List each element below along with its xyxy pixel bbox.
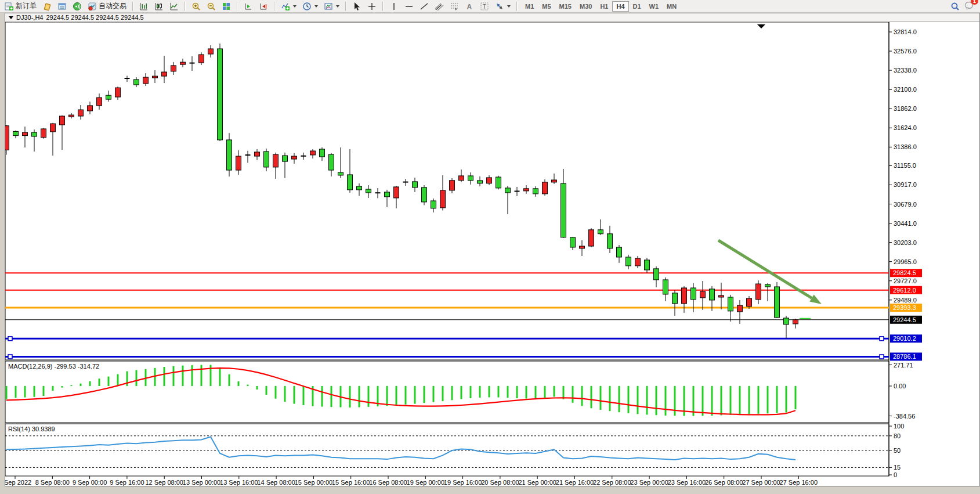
- candle-body: [292, 156, 297, 159]
- zoom-in-icon: [191, 2, 201, 11]
- alerts-button[interactable]: [70, 0, 84, 13]
- new-order-button[interactable]: 新订单: [2, 0, 39, 13]
- toolbar-separator: [382, 2, 384, 11]
- candle-body: [626, 257, 631, 266]
- time-tick-label: 20 Sep 08:00: [481, 479, 519, 486]
- candle-body: [533, 189, 538, 194]
- indicators-icon: [281, 2, 290, 11]
- chart-shift-button[interactable]: [256, 0, 270, 13]
- trendline-button[interactable]: [417, 0, 431, 13]
- search-icon[interactable]: [950, 2, 960, 11]
- notifications-button[interactable]: 1: [964, 1, 974, 12]
- tab-h1[interactable]: H1: [596, 1, 612, 12]
- candle-body: [41, 129, 46, 138]
- candle-body: [32, 132, 37, 136]
- time-tick-label: 27 Sep 00:00: [742, 479, 780, 486]
- tab-m15[interactable]: M15: [555, 1, 576, 12]
- candle-body: [422, 187, 427, 202]
- notification-badge: 1: [971, 0, 978, 5]
- chevron-down-icon: [336, 5, 339, 8]
- auto-trading-button[interactable]: 自动交易: [85, 0, 129, 13]
- cursor-button[interactable]: [350, 0, 364, 13]
- macd-indicator-label: MACD(12,26,9) -299.53 -314.72: [8, 363, 99, 370]
- tab-m5[interactable]: M5: [538, 1, 555, 12]
- candle-body: [589, 230, 594, 246]
- candle-body: [78, 110, 84, 116]
- candle-body: [617, 247, 622, 257]
- market-watch-button[interactable]: [55, 0, 69, 13]
- time-tick-label: 19 Sep 16:00: [444, 479, 482, 486]
- time-tick-label: 8 Sep 08:00: [35, 479, 70, 486]
- profiles-button[interactable]: [40, 0, 54, 13]
- horizontal-line-button[interactable]: [402, 0, 416, 13]
- tab-m1[interactable]: M1: [521, 1, 538, 12]
- tab-d1[interactable]: D1: [629, 1, 645, 12]
- candle-body: [50, 124, 56, 132]
- candle-body: [440, 190, 446, 208]
- tab-m30[interactable]: M30: [576, 1, 596, 12]
- chevron-down-icon[interactable]: [9, 16, 13, 19]
- rsi-tick-label: 80: [894, 432, 901, 439]
- fibonacci-button[interactable]: F: [447, 0, 461, 13]
- vertical-line-icon: [389, 2, 399, 11]
- time-tick-label: 9 Sep 00:00: [73, 479, 107, 486]
- templates-icon: [324, 2, 333, 11]
- price-tick-label: 30441.0: [894, 220, 917, 227]
- line-handle[interactable]: [880, 337, 884, 341]
- chart-canvas[interactable]: 32814.032576.032338.032100.031862.031624…: [5, 22, 979, 486]
- text-button[interactable]: A: [462, 0, 476, 13]
- vertical-line-button[interactable]: [387, 0, 401, 13]
- price-tick-label: 32338.0: [894, 67, 917, 74]
- price-tick-label: 31386.0: [894, 143, 917, 150]
- templates-button[interactable]: [321, 0, 342, 13]
- indicators-button[interactable]: [279, 0, 299, 13]
- candle-body: [264, 152, 269, 167]
- rsi-panel[interactable]: [5, 424, 889, 476]
- zoom-in-button[interactable]: [189, 0, 203, 13]
- price-tick-label: 29727.0: [894, 277, 917, 284]
- time-tick-label: 7 Sep 2022: [5, 479, 31, 486]
- tab-mn[interactable]: MN: [663, 1, 681, 12]
- tab-h4[interactable]: H4: [612, 1, 628, 12]
- bar-chart-button[interactable]: [137, 0, 151, 13]
- periods-button[interactable]: [300, 0, 320, 13]
- candle-body: [468, 176, 473, 181]
- line-handle[interactable]: [880, 355, 884, 359]
- line-chart-icon: [169, 2, 179, 11]
- main-chart-panel[interactable]: [5, 22, 889, 360]
- candle-body: [153, 76, 158, 78]
- candle-body: [765, 284, 771, 287]
- candlestick-chart-button[interactable]: [152, 0, 166, 13]
- price-tick-label: 29965.0: [894, 258, 917, 265]
- line-handle[interactable]: [8, 337, 12, 341]
- zoom-out-button[interactable]: [204, 0, 218, 13]
- candle-body: [431, 201, 436, 208]
- price-badge-label: 29010.2: [893, 335, 916, 342]
- rsi-tick-label: 15: [894, 464, 901, 471]
- time-tick-label: 26 Sep 08:00: [705, 479, 743, 486]
- text-label-button[interactable]: T: [478, 0, 491, 13]
- chart-shift-icon: [259, 2, 268, 11]
- auto-scroll-button[interactable]: [241, 0, 255, 13]
- text-label-icon: T: [480, 2, 489, 11]
- candle-body: [357, 186, 362, 190]
- time-tick-label: 15 Sep 00:00: [295, 479, 332, 486]
- crosshair-button[interactable]: [365, 0, 379, 13]
- channel-button[interactable]: [432, 0, 446, 13]
- candle-body: [199, 55, 204, 63]
- svg-text:F: F: [455, 8, 457, 11]
- candle-body: [180, 62, 186, 64]
- tab-w1[interactable]: W1: [645, 1, 663, 12]
- chart-title-bar[interactable]: DJ30-,H4 29244.5 29244.5 29244.5 29244.5: [5, 13, 979, 22]
- line-chart-button[interactable]: [167, 0, 181, 13]
- candle-body: [218, 49, 223, 140]
- arrows-button[interactable]: [493, 0, 513, 13]
- crosshair-icon: [367, 2, 377, 11]
- candle-body: [793, 320, 798, 324]
- macd-panel[interactable]: [5, 361, 889, 423]
- line-handle[interactable]: [8, 355, 12, 359]
- price-tick-label: 32100.0: [894, 86, 917, 93]
- macd-tick-label: 0.00: [894, 383, 906, 390]
- tile-windows-button[interactable]: [219, 0, 233, 13]
- candle-body: [338, 172, 343, 175]
